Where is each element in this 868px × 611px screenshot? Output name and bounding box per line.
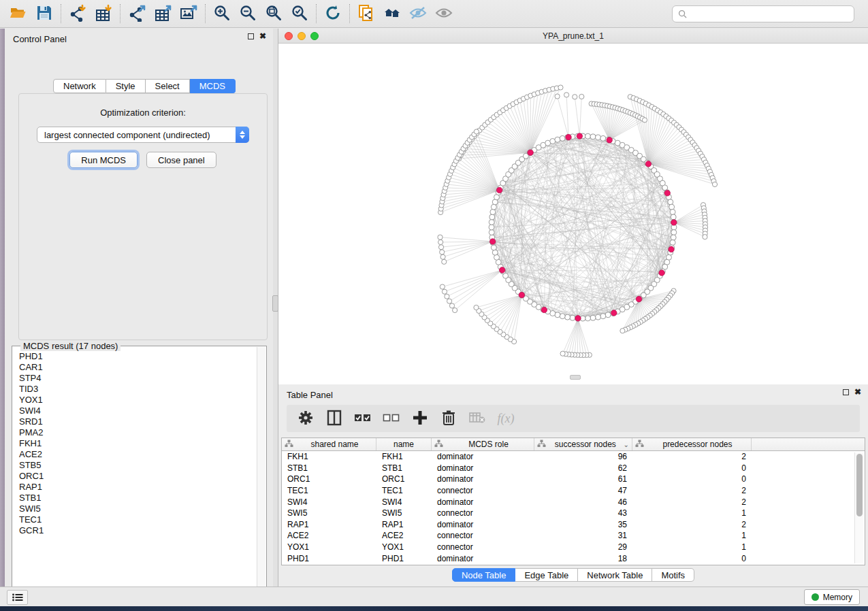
search-input[interactable]: [691, 10, 848, 19]
column-header-successor-nodes[interactable]: successor nodes⌄: [534, 438, 632, 450]
duplicate-network-button[interactable]: [353, 3, 379, 24]
column-header-predecessor-nodes[interactable]: predecessor nodes: [632, 438, 752, 450]
table-cell: 2: [632, 520, 752, 529]
control-panel-tabs: NetworkStyleSelectMCDS: [53, 79, 236, 93]
mcds-node-item[interactable]: ORC1: [19, 471, 256, 482]
mcds-node-item[interactable]: STP4: [19, 373, 256, 384]
mcds-node-item[interactable]: TID3: [19, 384, 256, 395]
toolbar-separator: [205, 4, 206, 23]
add-column-button[interactable]: [411, 409, 430, 428]
sort-caret-icon[interactable]: ⌄: [624, 441, 629, 448]
refresh-view-button[interactable]: [320, 3, 346, 24]
close-panel-button[interactable]: Close panel: [146, 152, 216, 168]
tab-style[interactable]: Style: [106, 79, 146, 93]
open-file-button[interactable]: [5, 3, 31, 24]
zoom-fit-icon: [265, 4, 283, 24]
table-cell: dominator: [432, 497, 534, 507]
import-table-icon: [95, 4, 112, 24]
tab-mcds[interactable]: MCDS: [190, 79, 236, 93]
mcds-result-list[interactable]: PHD1CAR1STP4TID3YOX1SWI4SRD1PMA2FKH1ACE2…: [13, 347, 256, 597]
mcds-node-item[interactable]: PMA2: [19, 427, 256, 438]
float-table-panel-icon[interactable]: [843, 389, 849, 395]
column-settings-button[interactable]: [296, 409, 315, 428]
export-table-button[interactable]: [150, 3, 176, 24]
task-history-button[interactable]: [7, 590, 28, 605]
hide-selected-button[interactable]: [405, 3, 431, 24]
zoom-fit-button[interactable]: [261, 3, 287, 24]
table-cell: 2: [632, 486, 752, 495]
mcds-node-item[interactable]: GCR1: [19, 525, 256, 536]
network-graph[interactable]: [278, 44, 868, 384]
mcds-node-item[interactable]: PHD1: [19, 351, 256, 362]
search-box[interactable]: [672, 5, 854, 22]
window-close-button[interactable]: [285, 32, 293, 40]
network-splitter-handle[interactable]: [570, 375, 581, 380]
import-network-button[interactable]: [65, 3, 91, 24]
import-table-button[interactable]: [91, 3, 116, 24]
delete-column-button[interactable]: [439, 409, 458, 428]
zoom-selected-button[interactable]: [287, 3, 312, 24]
mcds-tab-content: Optimization criterion: largest connecte…: [18, 93, 268, 340]
mcds-node-item[interactable]: SWI5: [19, 503, 256, 514]
float-panel-icon[interactable]: [248, 33, 254, 39]
mcds-node-item[interactable]: YOX1: [19, 395, 256, 406]
tab-network[interactable]: Network: [53, 79, 106, 93]
table-scrollbar[interactable]: [854, 452, 863, 563]
tab-node-table[interactable]: Node Table: [452, 568, 516, 582]
mcds-node-item[interactable]: TEC1: [19, 514, 256, 525]
close-table-panel-icon[interactable]: ✖: [854, 389, 861, 395]
mcds-node-item[interactable]: RAP1: [19, 482, 256, 493]
tab-edge-table[interactable]: Edge Table: [515, 568, 578, 582]
deselect-all-rows-button[interactable]: [382, 409, 401, 428]
table-row[interactable]: ACE2ACE2connector311: [282, 530, 865, 542]
select-all-rows-button[interactable]: [353, 409, 372, 428]
mcds-result-groupbox: MCDS result (17 nodes) PHD1CAR1STP4TID3Y…: [12, 346, 267, 599]
mcds-list-scrollbar[interactable]: [257, 347, 266, 597]
tab-network-table[interactable]: Network Table: [578, 568, 652, 582]
table-scrollbar-thumb[interactable]: [856, 454, 863, 516]
column-header-name[interactable]: name: [376, 438, 432, 450]
mcds-node-item[interactable]: STB5: [19, 460, 256, 471]
mcds-node-item[interactable]: STB1: [19, 493, 256, 503]
export-network-button[interactable]: [124, 3, 150, 24]
table-row[interactable]: STB1STB1dominator620: [282, 463, 865, 474]
show-columns-button[interactable]: [325, 409, 344, 428]
column-header-MCDS-role[interactable]: MCDS role: [432, 438, 534, 450]
panel-splitter-handle[interactable]: [272, 295, 278, 312]
table-row[interactable]: FKH1FKH1dominator962: [282, 451, 865, 463]
table-row[interactable]: PHD1PHD1dominator180: [282, 552, 865, 564]
duplicate-network-icon: [357, 4, 375, 24]
first-neighbors-button[interactable]: [379, 3, 405, 24]
mcds-node-item[interactable]: ACE2: [19, 449, 256, 460]
column-header-shared-name[interactable]: shared name: [282, 438, 376, 450]
zoom-out-button[interactable]: [235, 3, 261, 24]
table-row[interactable]: SWI5SWI5connector431: [282, 508, 865, 519]
run-mcds-button[interactable]: Run MCDS: [69, 152, 138, 168]
criterion-dropdown[interactable]: largest connected component (undirected): [37, 127, 249, 143]
window-minimize-button[interactable]: [298, 32, 306, 40]
mcds-node-item[interactable]: SRD1: [19, 416, 256, 427]
close-panel-icon[interactable]: ✖: [259, 33, 266, 39]
zoom-in-button[interactable]: [209, 3, 235, 24]
export-image-button[interactable]: [176, 3, 202, 24]
table-row[interactable]: SWI4SWI4dominator462: [282, 496, 865, 508]
show-all-button[interactable]: [431, 3, 457, 24]
save-session-button[interactable]: [31, 3, 57, 24]
tab-motifs[interactable]: Motifs: [652, 568, 694, 582]
control-panel: Control Panel ✖ NetworkStyleSelectMCDS O…: [5, 29, 273, 587]
memory-button[interactable]: Memory: [804, 589, 860, 605]
node-table: shared namenameMCDS rolesuccessor nodes⌄…: [281, 437, 865, 565]
mcds-node-item[interactable]: FKH1: [19, 438, 256, 449]
table-row[interactable]: RAP1RAP1dominator352: [282, 519, 865, 531]
table-panel: Table Panel ✖ f(x) shared namenameMCDS r…: [278, 384, 868, 587]
table-row[interactable]: YOX1YOX1connector291: [282, 542, 865, 553]
network-titlebar[interactable]: YPA_prune.txt_1: [278, 29, 868, 44]
table-panel-header: Table Panel ✖: [278, 384, 868, 405]
table-row[interactable]: TEC1TEC1connector472: [282, 485, 865, 497]
mcds-node-item[interactable]: SWI4: [19, 406, 256, 416]
mcds-node-item[interactable]: CAR1: [19, 362, 256, 373]
table-row[interactable]: ORC1ORC1dominator610: [282, 474, 865, 485]
tab-select[interactable]: Select: [146, 79, 190, 93]
table-cell: FKH1: [376, 452, 432, 461]
window-zoom-button[interactable]: [310, 32, 319, 40]
